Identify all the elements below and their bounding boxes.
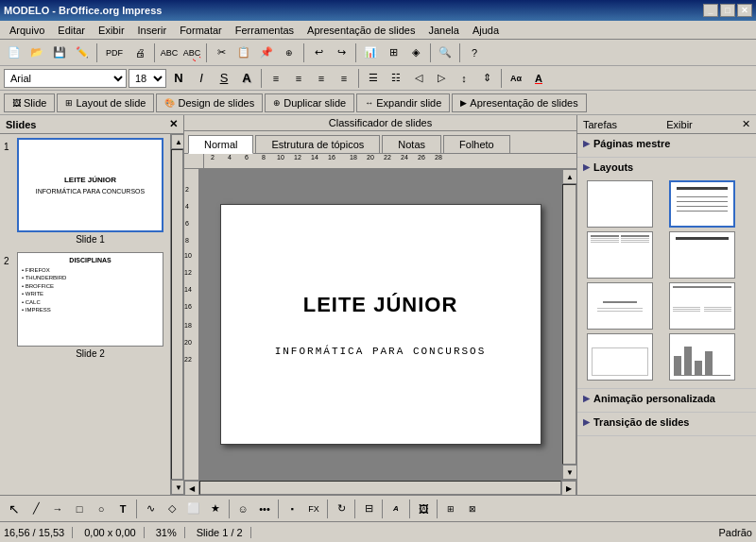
obj-btn[interactable]: ◈: [405, 42, 426, 63]
font-size-select[interactable]: 18: [129, 69, 166, 88]
align-center[interactable]: ≡: [288, 68, 309, 89]
export-pdf[interactable]: PDF: [101, 42, 128, 63]
table-btn[interactable]: ⊞: [383, 42, 404, 63]
char-format[interactable]: Aα: [506, 68, 526, 89]
help-btn[interactable]: ?: [464, 42, 485, 63]
text-tool[interactable]: T: [112, 499, 133, 519]
spellcheck-btn[interactable]: ABC: [159, 42, 180, 63]
zoom-btn[interactable]: 🔍: [435, 42, 455, 63]
align-btn[interactable]: ⊟: [358, 499, 379, 519]
layout-centered[interactable]: [587, 282, 653, 330]
view-layout[interactable]: ⊞ Layout de slide: [57, 93, 154, 112]
layout-two-col[interactable]: [587, 231, 653, 279]
cut-btn[interactable]: ✂: [211, 42, 232, 63]
layout-title-content[interactable]: [669, 180, 735, 228]
align-right[interactable]: ≡: [311, 68, 332, 89]
star-btn[interactable]: ★: [205, 499, 226, 519]
vscroll-up[interactable]: ▲: [562, 169, 576, 184]
scroll-down[interactable]: ▼: [171, 480, 183, 495]
clone-btn[interactable]: ⊕: [279, 42, 300, 63]
effect-btn[interactable]: FX: [303, 499, 324, 519]
view-label[interactable]: Exibir: [666, 119, 693, 130]
tab-topics[interactable]: Estrutura de tópicos: [255, 135, 380, 153]
minimize-button[interactable]: _: [703, 4, 718, 17]
layout-blank[interactable]: [587, 180, 653, 228]
align-justify[interactable]: ≡: [334, 68, 354, 89]
layout-chart[interactable]: [669, 333, 735, 381]
font-select[interactable]: Arial: [4, 69, 127, 88]
vscroll-track[interactable]: [562, 184, 576, 465]
view-slide[interactable]: 🖼 Slide: [4, 93, 55, 112]
view-duplicate[interactable]: ⊕ Duplicar slide: [265, 93, 354, 112]
menu-editar[interactable]: Editar: [52, 23, 91, 38]
tab-notes[interactable]: Notas: [382, 135, 441, 153]
select-tool[interactable]: ↖: [4, 499, 25, 519]
italic-button[interactable]: I: [191, 68, 212, 89]
save-btn[interactable]: 💾: [49, 42, 70, 63]
transition-header[interactable]: ▶ Transição de slides: [583, 416, 750, 428]
master-pages-header[interactable]: ▶ Páginas mestre: [583, 138, 750, 149]
hscroll-track[interactable]: [199, 481, 561, 495]
points-btn[interactable]: •••: [254, 499, 275, 519]
shadow-tool[interactable]: ▪: [282, 499, 302, 519]
slide-thumbnail[interactable]: LEITE JÚNIOR INFORMÁTICA PARA CONCURSOS: [17, 138, 163, 232]
layout-title-only[interactable]: [669, 231, 735, 279]
ungroup-btn[interactable]: ⊠: [462, 499, 483, 519]
shadow-button[interactable]: A: [236, 68, 257, 89]
menu-janela[interactable]: Janela: [422, 23, 464, 38]
indent-less[interactable]: ◁: [408, 68, 429, 89]
chart-btn[interactable]: 📊: [360, 42, 381, 63]
list-btn[interactable]: ☰: [363, 68, 384, 89]
hscroll-left[interactable]: ◀: [184, 481, 199, 496]
rotate-btn[interactable]: ↻: [331, 499, 352, 519]
line-tool[interactable]: ╱: [26, 499, 46, 519]
menu-exibir[interactable]: Exibir: [93, 23, 130, 38]
indent-more[interactable]: ▷: [431, 68, 452, 89]
undo-btn[interactable]: ↩: [308, 42, 329, 63]
menu-inserir[interactable]: Inserir: [132, 23, 173, 38]
open-btn[interactable]: 📂: [26, 42, 47, 63]
maximize-button[interactable]: □: [720, 4, 735, 17]
slides-panel-close[interactable]: ✕: [169, 118, 178, 130]
para-space-btn[interactable]: ⇕: [476, 68, 497, 89]
copy-btn[interactable]: 📋: [233, 42, 254, 63]
line-space-btn[interactable]: ↕: [454, 68, 474, 89]
bold-button[interactable]: N: [168, 68, 189, 89]
paste-btn[interactable]: 📌: [256, 42, 277, 63]
underline-button[interactable]: S: [214, 68, 234, 89]
new-btn[interactable]: 📄: [4, 42, 25, 63]
align-left[interactable]: ≡: [266, 68, 286, 89]
edit-btn[interactable]: ✏️: [72, 42, 93, 63]
callout-btn[interactable]: ⬜: [183, 499, 204, 519]
view-presentation[interactable]: ▶ Apresentação de slides: [452, 93, 586, 112]
view-design[interactable]: 🎨 Design de slides: [156, 93, 263, 112]
curves-btn[interactable]: ∿: [140, 499, 161, 519]
menu-ferramentas[interactable]: Ferramentas: [230, 23, 300, 38]
vscroll-down[interactable]: ▼: [562, 465, 576, 480]
flowchart-btn[interactable]: ◇: [162, 499, 182, 519]
ellipse-tool[interactable]: ○: [91, 499, 112, 519]
layout-text-two-col[interactable]: [669, 282, 735, 330]
rect-tool[interactable]: □: [69, 499, 90, 519]
smiley-btn[interactable]: ☺: [232, 499, 253, 519]
menu-arquivo[interactable]: Arquivo: [4, 23, 50, 38]
menu-apresentacao[interactable]: Apresentação de slides: [301, 23, 421, 38]
arrow-tool[interactable]: →: [47, 499, 68, 519]
redo-btn[interactable]: ↪: [331, 42, 352, 63]
close-button[interactable]: ✕: [737, 4, 752, 17]
group-btn[interactable]: ⊞: [440, 499, 461, 519]
spellcheck2-btn[interactable]: ABC: [181, 42, 202, 63]
animation-header[interactable]: ▶ Animação personalizada: [583, 393, 750, 404]
tasks-close[interactable]: ✕: [742, 118, 750, 130]
menu-formatar[interactable]: Formatar: [174, 23, 228, 38]
tab-normal[interactable]: Normal: [188, 135, 253, 154]
from-file-btn[interactable]: 🖼: [413, 499, 434, 519]
print-btn[interactable]: 🖨: [129, 42, 150, 63]
scroll-track[interactable]: [171, 149, 183, 480]
slide-thumbnail[interactable]: DISCIPLINAS • FIREFOX• THUNDERBIRD• BROF…: [17, 252, 163, 347]
hscroll-right[interactable]: ▶: [561, 481, 576, 496]
list-num-btn[interactable]: ☷: [386, 68, 406, 89]
view-expand[interactable]: ↔ Expandir slide: [356, 93, 450, 112]
fontcolor-btn[interactable]: A: [528, 68, 549, 89]
scroll-up[interactable]: ▲: [171, 134, 183, 149]
